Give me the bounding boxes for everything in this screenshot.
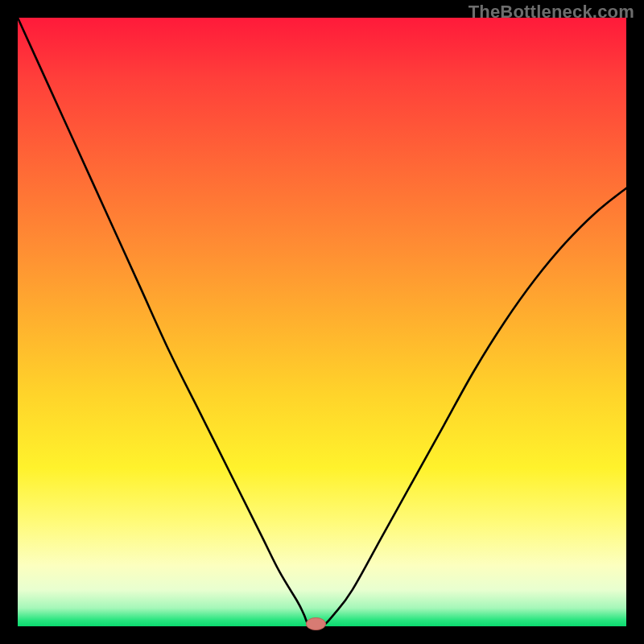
bottleneck-curve [18, 18, 626, 628]
watermark-text: TheBottleneck.com [469, 2, 634, 23]
minimum-marker [306, 617, 325, 630]
plot-area [18, 18, 626, 626]
chart-frame: TheBottleneck.com [0, 0, 644, 644]
chart-svg [18, 18, 626, 626]
